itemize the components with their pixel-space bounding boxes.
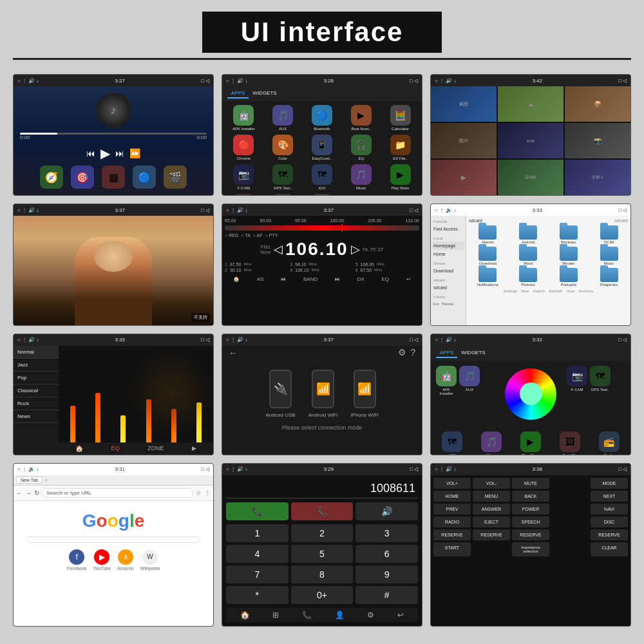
preset-classical[interactable]: Classical bbox=[14, 384, 59, 397]
eq-bar[interactable] bbox=[146, 399, 151, 444]
reserve-button-2[interactable]: RESERVE bbox=[473, 529, 510, 540]
play-button[interactable]: ▶ bbox=[100, 146, 110, 161]
back-button[interactable]: ↩ bbox=[406, 276, 411, 282]
list-item[interactable]: ⚙Settings bbox=[305, 194, 340, 196]
prev-button[interactable]: PREV bbox=[433, 504, 471, 515]
list-item[interactable]: ▶Play Store bbox=[383, 164, 418, 190]
mute-button[interactable]: MUTE bbox=[512, 478, 549, 489]
back-button[interactable]: ← bbox=[229, 347, 238, 359]
next-button[interactable]: ⏭ bbox=[115, 148, 124, 158]
reserve-button-3[interactable]: RESERVE bbox=[512, 529, 549, 540]
fast-forward-button[interactable]: ⏩ bbox=[129, 148, 140, 158]
key-3[interactable]: 3 bbox=[355, 524, 418, 542]
band-button[interactable]: BAND bbox=[303, 276, 317, 282]
google-search-box[interactable] bbox=[26, 536, 200, 543]
clear-button[interactable]: CLEAR bbox=[591, 542, 628, 556]
radio-button[interactable]: RADIO bbox=[433, 516, 471, 527]
browser-tab[interactable]: New Tab bbox=[16, 477, 43, 484]
list-item[interactable]: Download bbox=[469, 247, 507, 265]
photo-thumb[interactable]: 截图 bbox=[431, 86, 497, 122]
key-9[interactable]: 9 bbox=[355, 565, 418, 583]
eject-button[interactable]: EJECT bbox=[473, 516, 510, 527]
phone-button[interactable]: 📞 bbox=[302, 611, 312, 620]
key-7[interactable]: 7 bbox=[226, 565, 289, 583]
list-item[interactable]: 🖼QuickPic bbox=[226, 194, 261, 196]
tab-widgets[interactable]: WIDGETS bbox=[249, 89, 280, 99]
android-usb-option[interactable]: 🔌 Android USB bbox=[265, 370, 295, 418]
key-2[interactable]: 2 bbox=[291, 524, 354, 542]
preset-news[interactable]: News bbox=[14, 410, 59, 423]
list-item[interactable]: Word bbox=[509, 247, 547, 265]
nav-refresh[interactable]: ↻ bbox=[34, 489, 39, 497]
tab-apps[interactable]: APPS bbox=[436, 348, 457, 358]
home-button[interactable]: 🏠 bbox=[233, 276, 240, 282]
tab-apps[interactable]: APPS bbox=[227, 89, 249, 99]
bottom-action[interactable]: Settings bbox=[504, 289, 518, 293]
sidebar-item-download[interactable]: Download bbox=[432, 267, 464, 275]
music-progress-bar[interactable] bbox=[20, 133, 207, 135]
list-item[interactable]: Notifications bbox=[469, 268, 507, 287]
tab-widgets[interactable]: WIDGETS bbox=[457, 348, 489, 358]
eq-bar[interactable] bbox=[171, 409, 176, 444]
list-item[interactable]: 📷F-CAM bbox=[226, 164, 261, 190]
list-item[interactable]: ▶Boot Anim.. bbox=[343, 105, 379, 131]
list-item[interactable]: Ringtones bbox=[590, 268, 628, 287]
eq-next-button[interactable]: ▶ bbox=[192, 445, 196, 452]
key-hash[interactable]: # bbox=[355, 586, 418, 604]
bluetooth-icon[interactable]: 🔵 bbox=[133, 166, 156, 189]
bottom-action[interactable]: New bbox=[521, 289, 529, 293]
preset-pop[interactable]: Pop bbox=[14, 372, 59, 384]
navigation-icon[interactable]: 🧭 bbox=[40, 166, 63, 189]
key-6[interactable]: 6 bbox=[355, 545, 418, 563]
list-item[interactable]: Android bbox=[509, 225, 547, 244]
as-button[interactable]: AS bbox=[257, 276, 264, 282]
key-0[interactable]: 0+ bbox=[291, 586, 354, 604]
end-call-button[interactable]: 📞 bbox=[291, 502, 354, 520]
photo-thumb[interactable]: 图片 bbox=[431, 123, 497, 158]
list-item[interactable]: 🎵Music bbox=[474, 431, 509, 455]
bookmark-button[interactable]: ☆ bbox=[196, 489, 202, 497]
grid-button[interactable]: ⊞ bbox=[272, 611, 279, 620]
photo-thumb[interactable]: 运动会 bbox=[498, 160, 564, 195]
list-item[interactable]: 🔴Chrome bbox=[226, 135, 261, 160]
reserve-button-4[interactable]: RESERVE bbox=[591, 529, 628, 540]
new-tab-button[interactable]: + bbox=[45, 478, 48, 482]
settings-icon[interactable]: ⚙ bbox=[398, 347, 406, 357]
answer-button[interactable]: ANSWER bbox=[473, 504, 510, 515]
list-item[interactable]: 🗺iGO bbox=[305, 164, 340, 190]
list-item[interactable]: 📱EasyConn.. bbox=[305, 135, 340, 160]
preset-rock[interactable]: Rock bbox=[14, 397, 59, 410]
nav-back[interactable]: ← bbox=[16, 489, 23, 497]
call-button[interactable]: 📞 bbox=[226, 502, 289, 520]
preset-normal[interactable]: Normal bbox=[14, 346, 59, 359]
key-8[interactable]: 8 bbox=[291, 565, 354, 583]
speech-button[interactable]: SPEECH bbox=[512, 516, 549, 527]
volume-button[interactable]: 🔊 bbox=[355, 502, 418, 520]
bottom-action[interactable]: Refresh bbox=[549, 289, 562, 293]
key-star[interactable]: * bbox=[226, 586, 289, 604]
list-item[interactable]: 🗺iGO bbox=[435, 431, 470, 455]
list-item[interactable]: 🤖APK Installer bbox=[436, 366, 457, 422]
key-1[interactable]: 1 bbox=[226, 524, 289, 542]
list-item[interactable]: 🖼QuickPic bbox=[552, 431, 587, 455]
list-item[interactable]: 🎧EQ bbox=[343, 135, 379, 160]
list-item[interactable]: 🎨Color bbox=[265, 135, 301, 160]
list-item[interactable]: 🎵AUX bbox=[265, 105, 301, 131]
prev-button[interactable]: ⏮ bbox=[86, 148, 95, 158]
eq-bar[interactable] bbox=[196, 402, 202, 444]
vol-plus-button[interactable]: VOL+ bbox=[433, 478, 471, 489]
sidebar-item-home[interactable]: Home bbox=[432, 250, 464, 258]
impedance-button[interactable]: Impedance selection bbox=[512, 542, 549, 556]
list-item[interactable]: a Amazon bbox=[117, 549, 134, 571]
disc-button[interactable]: DISC bbox=[591, 516, 628, 527]
next-button[interactable]: NEXT bbox=[591, 491, 628, 502]
list-item[interactable]: 🗺GPS Test.. bbox=[590, 366, 611, 422]
bottom-action[interactable]: Archives bbox=[578, 289, 593, 293]
list-item[interactable]: 🎵AUX bbox=[459, 366, 480, 422]
url-bar[interactable]: Search or type URL bbox=[42, 488, 193, 498]
media-icon[interactable]: 🎬 bbox=[164, 166, 187, 189]
key-5[interactable]: 5 bbox=[291, 545, 354, 563]
color-wheel[interactable] bbox=[505, 368, 556, 420]
menu-button[interactable]: ⋮ bbox=[204, 489, 211, 497]
prev-button[interactable]: ⏮ bbox=[281, 276, 286, 282]
